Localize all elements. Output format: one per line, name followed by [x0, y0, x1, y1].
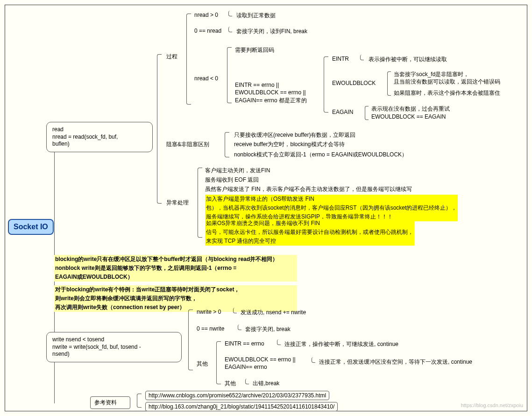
wn-l3: EAGAIN或EWOULDBLOCK）: [54, 273, 297, 282]
nread-gt0-desc: 读取到正常数据: [236, 12, 276, 20]
write-l1: write nsend < tosend: [52, 336, 176, 344]
exc-h1-l2: 包），当机器再次收到该socket的消息时，客户端会回应RST（因为拥有该soc…: [205, 204, 458, 212]
exc-h2-l1: 如果OS异常崩溃之类问题，服务端收不到 FIN: [205, 219, 414, 228]
weintr-desc: 连接正常，操作被中断，可继续发送, continue: [284, 340, 398, 348]
eagain-desc1: 表示现在没有数据，过会再重试: [371, 105, 450, 113]
other2-desc: 出错,break: [253, 380, 279, 388]
eintr-desc: 表示操作被中断，可以继续读取: [369, 56, 447, 63]
exc-l1: 客户端主动关闭，发送FIN: [205, 167, 270, 175]
refs-node: 参考资料: [90, 396, 130, 409]
eagain-desc2: EWOULDBLOCK == EAGAIN: [371, 113, 446, 120]
read-node: read nread = read(sock_fd, buf, buflen): [46, 122, 153, 152]
other-label: 其他: [197, 360, 208, 368]
ewb-name: EWOULDBLOCK: [332, 80, 376, 86]
watermark: https://blog.csdn.net/zxpoiu: [461, 402, 523, 408]
nread-eq0-cond: 0 == nread: [194, 28, 221, 34]
exc-h2-l2: 信号，可能永远卡住，所以服务端最好需要设计自动检测机制，或者使用心跳机制，: [205, 228, 414, 237]
nread-gt0-cond: nread > 0: [194, 12, 218, 18]
exc-label: 异常处理: [166, 199, 189, 207]
ref-url1[interactable]: http://www.cnblogs.com/promise6522/archi…: [145, 391, 329, 400]
wewb-l2: EAGAIN== errno: [225, 364, 267, 370]
read-l1: read: [52, 126, 147, 134]
write-node: write nsend < tosend nwrite = write(sock…: [46, 332, 182, 362]
blk-l1: 只要接收缓冲区(receive buffer)有数据，立即返回: [234, 131, 355, 139]
nw-eq0-desc: 套接字关闭, break: [245, 325, 291, 333]
need-code: 需要判断返回码: [235, 46, 274, 54]
other2-cond: 其他: [225, 380, 236, 388]
err-cond-l1: EINTR == errno ||: [235, 82, 279, 88]
exc-h1-l1: 加入客户端是异常终止的（OS帮助发送 FIN: [205, 195, 458, 204]
wn-l5: 则write则会立即将剩余缓冲区填满并返回所写的字节数，: [54, 294, 297, 303]
nw-eq0-cond: 0 == nwrite: [197, 325, 224, 332]
eagain-name: EAGAIN: [332, 109, 353, 115]
ref-url2[interactable]: http://blog.163.com/zhang0j_21/blog/stat…: [145, 402, 338, 411]
ewb-desc-l3: 如果阻塞时，表示这个操作本来会被阻塞住: [394, 89, 500, 97]
root-node: Socket IO: [8, 219, 54, 235]
exc-l3: 虽然客户端发送了 FIN，表示客户端不会再主动发送数据了，但是服务端可以继续写: [205, 185, 412, 193]
nread-eq0-desc: 套接字关闭，读到FIN, break: [236, 28, 307, 35]
read-l2: nread = read(sock_fd, buf,: [52, 134, 147, 141]
nw-gt0-cond: nwrite > 0: [197, 309, 221, 315]
wn-l4: 对于blocking的write有个特例：当write正阻塞等待时对面关闭了so…: [54, 285, 297, 294]
wn-l2: nonblock write则是返回能够放下的字节数，之后调用则返回-1（err…: [54, 264, 297, 273]
weintr-cond: EINTR == errno: [225, 340, 264, 347]
blk-label: 阻塞&非阻塞区别: [166, 141, 209, 148]
nread-lt0-cond: nread < 0: [194, 75, 218, 82]
write-l3: nsend): [52, 351, 176, 358]
write-l2: nwrite = write(sock_fd, buf, tosend -: [52, 344, 176, 351]
wewb-desc: 连接正常，但发送缓冲区没有空间，等待下一次发送, continue: [319, 358, 472, 366]
blk-l3: nonblock模式下会立即返回-1（errno = EAGAIN或EWOULD…: [234, 151, 407, 159]
read-l3: buflen): [52, 141, 147, 148]
diagram-canvas: Socket IO read nread = read(sock_fd, buf…: [5, 5, 527, 411]
exc-h2-l3: 来实现 TCP 通信的完全可控: [205, 237, 414, 246]
eintr-name: EINTR: [332, 56, 349, 62]
exc-l2: 服务端收到 EOF 返回: [205, 176, 259, 184]
nw-gt0-desc: 发送成功, nsend += nwrite: [241, 309, 306, 317]
ewb-desc-l2: 且当前没有数据可以读取，返回这个错误码: [394, 78, 500, 86]
err-cond-l2: EWOULDBLOCK == errno ||: [235, 89, 306, 96]
ewb-desc-l1: 当套接字sock_fd是非阻塞时，: [394, 71, 469, 78]
wn-l1: blocking的write只有在缓冲区足以放下整个buffer时才返回（与bl…: [54, 255, 297, 264]
proc-label: 过程: [166, 53, 177, 61]
wewb-l1: EWOULDBLOCK == errno ||: [225, 356, 296, 363]
blk-l2: receive buffer为空时，blocking模式才会等待: [234, 141, 345, 148]
err-cond-l3: EAGAIN== errno 都是正常的: [235, 97, 307, 105]
